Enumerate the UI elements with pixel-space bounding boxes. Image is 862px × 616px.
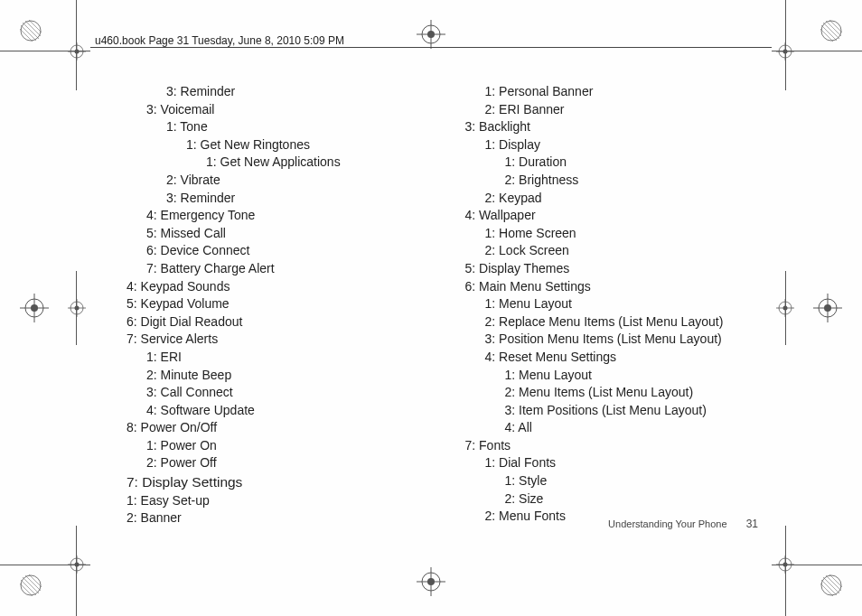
target-mark-icon — [68, 299, 86, 317]
svg-line-13 — [23, 577, 39, 593]
menu-item: 4: All — [505, 419, 773, 437]
target-mark-icon — [68, 555, 86, 574]
menu-item: 1: Menu Layout — [505, 367, 773, 385]
svg-line-15 — [21, 580, 36, 595]
column-right: 1: Personal Banner2: ERI Banner3: Backli… — [465, 83, 773, 527]
svg-line-9 — [821, 25, 837, 41]
svg-line-2 — [25, 21, 41, 36]
menu-item: 5: Display Themes — [465, 260, 773, 278]
menu-item: 2: Lock Screen — [485, 242, 773, 260]
menu-item: 4: Emergency Tone — [146, 207, 434, 225]
menu-item: 3: Reminder — [166, 190, 434, 208]
target-mark-icon — [776, 555, 794, 574]
menu-item: 2: Minute Beep — [146, 367, 434, 385]
page-footer: Understanding Your Phone 31 — [608, 518, 758, 530]
svg-line-14 — [25, 575, 41, 591]
menu-item: 5: Missed Call — [146, 225, 434, 243]
menu-item: 4: Software Update — [146, 402, 434, 420]
registration-mark-icon — [417, 20, 445, 49]
menu-item: 1: Duration — [505, 154, 773, 172]
menu-item: 1: Home Screen — [485, 225, 773, 243]
menu-item: 6: Main Menu Settings — [465, 278, 773, 296]
column-left: 3: Reminder3: Voicemail1: Tone1: Get New… — [126, 83, 434, 527]
crop-mark-icon — [20, 574, 42, 596]
menu-item: 6: Device Connect — [146, 242, 434, 260]
menu-item: 1: Personal Banner — [485, 83, 773, 101]
menu-item: 4: Wallpaper — [465, 207, 773, 225]
menu-item: 3: Item Positions (List Menu Layout) — [505, 402, 773, 420]
target-mark-icon — [776, 299, 794, 317]
crop-mark-icon — [820, 20, 842, 42]
menu-item: 4: Keypad Sounds — [126, 278, 434, 296]
menu-item: 3: Position Menu Items (List Menu Layout… — [485, 331, 773, 349]
menu-item: 1: Display — [485, 136, 773, 154]
section-heading: 7: Display Settings — [126, 472, 434, 492]
menu-item: 7: Service Alerts — [126, 331, 434, 349]
svg-line-21 — [821, 580, 837, 595]
menu-item: 7: Battery Charge Alert — [146, 260, 434, 278]
menu-item: 2: Power Off — [146, 454, 434, 472]
registration-mark-icon — [813, 294, 842, 322]
crop-mark-icon — [820, 574, 842, 596]
menu-item: 3: Voicemail — [146, 101, 434, 119]
svg-line-7 — [823, 23, 839, 39]
menu-item: 7: Fonts — [465, 437, 773, 455]
menu-item: 6: Digit Dial Readout — [126, 313, 434, 331]
target-mark-icon — [68, 42, 86, 61]
menu-item: 2: Brightness — [505, 172, 773, 190]
menu-item: 1: Dial Fonts — [485, 454, 773, 472]
svg-line-3 — [21, 25, 36, 41]
crop-mark-icon — [20, 20, 42, 42]
page-content: 3: Reminder3: Voicemail1: Tone1: Get New… — [126, 83, 772, 527]
menu-item: 1: Style — [505, 472, 773, 490]
menu-item: 1: Easy Set-up — [126, 492, 434, 510]
header-rule — [90, 47, 772, 48]
menu-item: 4: Reset Menu Settings — [485, 349, 773, 367]
footer-section: Understanding Your Phone — [608, 518, 727, 529]
svg-line-19 — [823, 577, 839, 593]
page-header: u460.book Page 31 Tuesday, June 8, 2010 … — [95, 34, 344, 47]
menu-item: 1: Get New Ringtones — [186, 136, 434, 154]
menu-item: 2: ERI Banner — [485, 101, 773, 119]
svg-line-1 — [23, 23, 39, 39]
menu-item: 2: Menu Items (List Menu Layout) — [505, 384, 773, 402]
menu-item: 3: Backlight — [465, 118, 773, 136]
menu-item: 5: Keypad Volume — [126, 295, 434, 313]
target-mark-icon — [776, 42, 794, 61]
menu-item: 8: Power On/Off — [126, 419, 434, 437]
menu-item: 1: Get New Applications — [206, 154, 434, 172]
svg-line-20 — [826, 575, 841, 591]
svg-line-8 — [826, 21, 841, 36]
menu-item: 2: Keypad — [485, 190, 773, 208]
page-number: 31 — [746, 518, 758, 530]
menu-item: 2: Replace Menu Items (List Menu Layout) — [485, 313, 773, 331]
menu-item: 1: Tone — [166, 118, 434, 136]
registration-mark-icon — [417, 567, 445, 596]
menu-item: 1: Power On — [146, 437, 434, 455]
menu-item: 2: Banner — [126, 509, 434, 527]
menu-item: 2: Vibrate — [166, 172, 434, 190]
menu-item: 1: ERI — [146, 349, 434, 367]
menu-item: 1: Menu Layout — [485, 295, 773, 313]
menu-item: 3: Call Connect — [146, 384, 434, 402]
menu-item: 3: Reminder — [166, 83, 434, 101]
registration-mark-icon — [20, 294, 49, 322]
menu-item: 2: Size — [505, 490, 773, 509]
